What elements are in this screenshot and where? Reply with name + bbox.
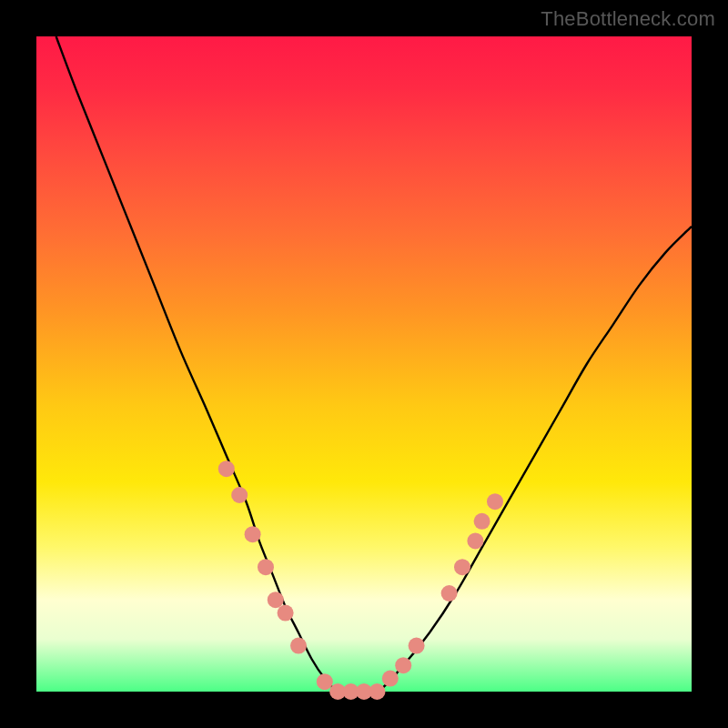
curve-marker bbox=[474, 513, 490, 530]
curve-marker bbox=[454, 559, 470, 575]
watermark-text: TheBottleneck.com bbox=[541, 7, 715, 31]
curve-marker bbox=[268, 592, 284, 608]
curve-marker bbox=[218, 460, 235, 477]
curve-marker bbox=[467, 532, 483, 549]
curve-marker bbox=[409, 638, 425, 654]
plot-area bbox=[36, 36, 692, 692]
curve-marker bbox=[369, 683, 385, 700]
curve-path bbox=[56, 36, 692, 693]
curve-marker bbox=[487, 493, 503, 510]
curve-marker bbox=[258, 559, 274, 575]
curve-marker bbox=[441, 585, 458, 602]
curve-marker bbox=[382, 671, 399, 687]
curve-marker bbox=[290, 638, 307, 654]
curve-marker bbox=[395, 657, 411, 673]
curve-marker bbox=[245, 526, 261, 542]
curve-markers bbox=[218, 460, 503, 700]
curve-marker bbox=[317, 673, 333, 690]
curve-marker bbox=[231, 487, 248, 503]
chart-frame: TheBottleneck.com bbox=[0, 0, 728, 728]
curve-marker bbox=[278, 605, 294, 622]
bottleneck-curve bbox=[36, 36, 692, 692]
